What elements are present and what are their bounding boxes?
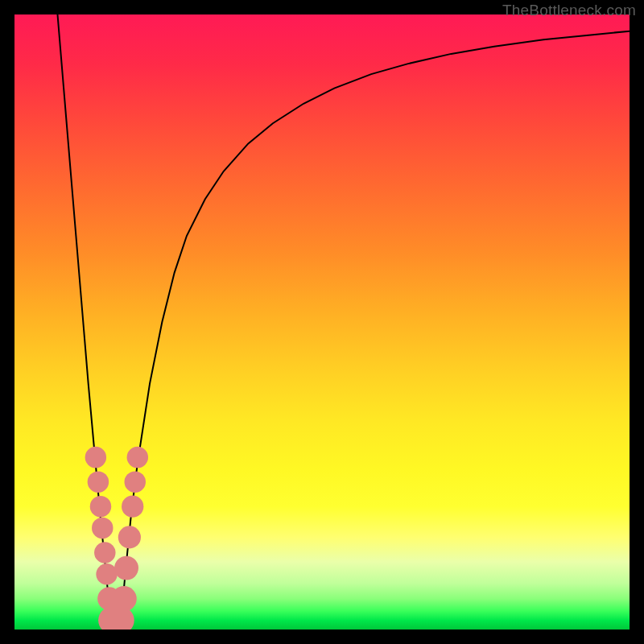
marker-point xyxy=(92,518,113,539)
marker-point xyxy=(96,564,117,584)
marker-point xyxy=(127,447,148,468)
chart-frame: TheBottleneck.com xyxy=(0,0,644,644)
marker-point xyxy=(125,471,146,492)
curves-layer xyxy=(14,14,630,630)
watermark-text: TheBottleneck.com xyxy=(502,2,636,19)
marker-point xyxy=(94,542,115,563)
marker-point xyxy=(111,586,137,612)
marker-point xyxy=(122,496,143,518)
plot-area xyxy=(14,14,630,630)
curve-right-branch xyxy=(120,31,630,630)
marker-point xyxy=(85,447,106,468)
marker-point xyxy=(88,471,109,492)
marker-point xyxy=(114,556,138,580)
marker-point xyxy=(118,526,141,548)
marker-point xyxy=(90,496,111,517)
